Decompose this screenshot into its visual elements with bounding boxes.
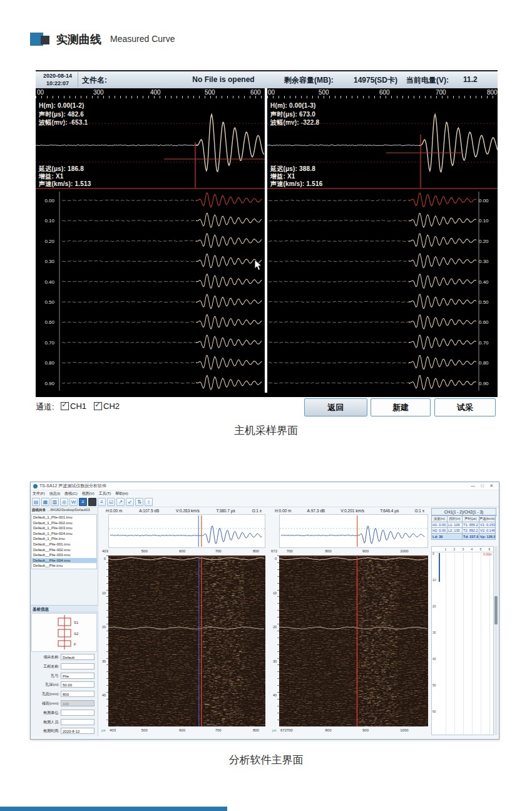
new-button[interactable]: 新建 (371, 398, 431, 416)
menu-item[interactable]: 信息(I) (49, 491, 61, 497)
form-input: 100 (61, 700, 95, 706)
back-button[interactable]: 返回 (304, 398, 367, 416)
form-input[interactable]: 50.00 (61, 681, 95, 688)
upper-panel-right: H(m): 0.00(1-3)声时(μs): 673.0波幅(mv): -322… (267, 98, 498, 189)
window-titlebar: TS-SA12 声波测试仪数据分析软件 — □ ✕ (31, 482, 499, 490)
file-list-item[interactable]: Default_1_Pile-002.tmu (32, 520, 96, 526)
ch1-checkbox[interactable]: ✓ (61, 402, 69, 410)
ruler-tick-label: 500 (205, 89, 215, 96)
results-column-header: 跨距(m) (448, 516, 463, 522)
zoom-out-icon[interactable]: ↙ (126, 498, 134, 506)
chart-top-axis: 6727008009001000 (279, 549, 428, 555)
word-report-icon[interactable]: W (69, 498, 78, 506)
maximize-button[interactable]: □ (478, 482, 487, 490)
window-controls: — □ ✕ (468, 482, 496, 490)
zoom-in-icon[interactable]: ↗ (116, 498, 125, 506)
menu-item[interactable]: 帮助(H) (115, 491, 128, 497)
axis-tick-label: 700 (215, 549, 222, 553)
spacing-icon[interactable]: ↕ (145, 498, 153, 506)
file-list-item[interactable]: Default_1_Pile-004.tmu (32, 531, 96, 537)
chart-panel-ch2: H:0.00 mA:97.3 dBV:0.201 km/sT:646.4 μsG… (270, 507, 429, 736)
preview-wave-svg (280, 515, 427, 547)
axis-tick-label: 1000 (400, 549, 408, 553)
form-input[interactable] (61, 719, 95, 725)
print-icon[interactable]: ▥ (51, 498, 59, 506)
wave-view-icon[interactable]: ≡ (79, 498, 87, 506)
amplitude-icon[interactable]: ⇅ (135, 498, 143, 506)
dark-view-icon[interactable] (88, 498, 96, 506)
menu-item[interactable]: 曲线(C) (64, 491, 77, 497)
check-view-icon[interactable]: ☑ (107, 498, 115, 506)
file-list-item[interactable]: Default_1_Pile.tmu (32, 536, 96, 542)
pile-info-form: 项目名称:Default工程名称:孔号:Pile孔深(m):50.00孔距(mm… (31, 653, 98, 736)
app-logo-icon (33, 484, 38, 488)
section-title-en: Measured Curve (110, 34, 175, 44)
depth-tick-label: 0 (275, 557, 277, 560)
preview-chart (279, 514, 428, 548)
velocity-profile-chart: 12345601020304050600.00m (431, 546, 494, 735)
toolbar: ▤▦▥◎W≡≡☑↗↙⇅↕ (31, 497, 499, 507)
file-list-item[interactable]: Default_1_Pile-001.tmu (32, 515, 96, 520)
axis-tick-label: 700 (287, 728, 293, 732)
menu-bar: 文件(F)信息(I)曲线(C)视图(V)工具(T)帮助(H) (31, 490, 499, 497)
ch2-label: CH2 (103, 401, 120, 411)
file-list-item[interactable]: Default__Pile.tmu (32, 563, 96, 569)
form-input[interactable]: 800 (61, 691, 95, 697)
depth-label: 0.50 (38, 299, 54, 305)
minimize-button[interactable]: — (468, 482, 478, 490)
form-input[interactable]: Default (61, 654, 95, 660)
form-row: 孔距(mm):800 (31, 690, 98, 700)
results-cell: L1: 100 (448, 522, 463, 528)
depth-label: 0.40 (38, 279, 54, 285)
depth-label: 0.20 (38, 239, 54, 244)
form-row: 检测人员: (31, 718, 98, 728)
trial-sample-button[interactable]: 试采 (434, 398, 496, 416)
profile-grid-line (454, 552, 455, 735)
depth-label: 0.20 (479, 239, 495, 244)
ruler-tick-label: 400 (150, 89, 161, 96)
sidebar: 曲线目录 …/84182/Desktop/Default03 Default_1… (31, 507, 98, 736)
depth-label: 0.70 (38, 340, 54, 346)
ruler-tick-label: 800 (487, 89, 498, 96)
form-row: 检测单位: (31, 709, 98, 718)
check-icon: ✓ (95, 400, 101, 409)
check-icon: ✓ (61, 400, 68, 409)
menu-item[interactable]: 工具(T) (99, 491, 111, 497)
save-file-icon[interactable]: ▦ (41, 498, 49, 506)
scrollbar[interactable] (494, 546, 498, 735)
profile-x-tick: 3 (463, 547, 464, 551)
chart-bottom-axis: μs6727008009001000 (279, 728, 428, 735)
ch2-checkbox[interactable]: ✓ (94, 402, 102, 410)
menu-item[interactable]: 视图(V) (82, 491, 95, 497)
depth-label: 0.80 (38, 360, 54, 366)
axis-tick-label: 800 (325, 728, 332, 732)
form-input[interactable] (61, 663, 95, 669)
storage-value: 14975(SD卡) (354, 75, 397, 86)
form-input[interactable]: 2020-8-12 (61, 728, 95, 734)
results-highlight-cell: Ld: 30 (432, 534, 463, 540)
file-list-item[interactable]: Default__Pile-003.tmu (32, 552, 96, 558)
axis-tick-label: 800 (325, 549, 332, 553)
scrollbar-thumb[interactable] (494, 596, 498, 624)
file-name-label: 文件名: (82, 75, 107, 86)
file-list-item[interactable]: Default__Pile-002.tmu (32, 547, 96, 553)
axis-start-label: 403 (110, 728, 116, 732)
file-list-item[interactable]: Default_1_Pile-003.tmu (32, 525, 96, 531)
file-list[interactable]: Default_1_Pile-001.tmuDefault_1_Pile-002… (31, 514, 97, 569)
form-input[interactable]: Pile (61, 673, 95, 679)
file-list-item[interactable]: Default__Pile-004.tmu (32, 558, 96, 564)
mouse-cursor-icon (254, 259, 263, 271)
results-column-header: 声时(μs) (463, 516, 479, 522)
header-dark-square-icon (41, 36, 49, 44)
form-input[interactable] (61, 710, 95, 716)
list-view-icon[interactable]: ≡ (98, 498, 106, 506)
menu-item[interactable]: 文件(F) (33, 491, 45, 497)
search-icon[interactable]: ◎ (60, 498, 68, 506)
file-list-item[interactable]: Default__Pile-001.tmu (32, 542, 96, 547)
open-file-icon[interactable]: ▤ (32, 498, 40, 506)
device-date: 2020-08-14 (38, 72, 78, 80)
depth-tick-label: 40 (273, 693, 277, 697)
close-button[interactable]: ✕ (487, 482, 496, 490)
curve-directory: 曲线目录 …/84182/Desktop/Default03 (31, 507, 98, 514)
storage-label: 剩余容量(MB): (284, 75, 334, 86)
